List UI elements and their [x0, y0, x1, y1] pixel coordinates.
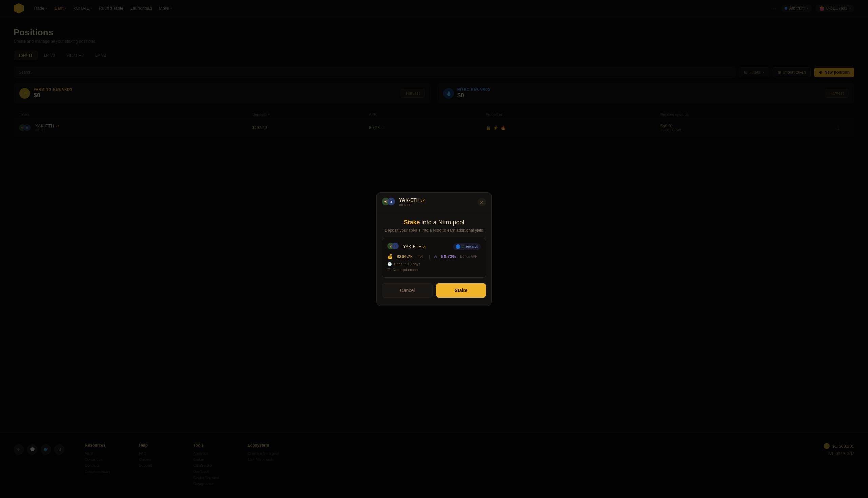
check-circle-icon: ☑ [387, 268, 391, 272]
modal-token-name-row: YAK-ETH v2 [399, 197, 425, 203]
pool-icon-eth: Ξ [392, 243, 399, 249]
pool-reward-icon: 🔵 [456, 244, 460, 249]
modal-token-version: v2 [421, 199, 425, 202]
pool-apr-label: Bonus APR [460, 255, 477, 259]
checkmark-icon: ✓ [462, 245, 465, 248]
percent-icon: ◎ [434, 255, 437, 259]
modal-body: Stake into a Nitro pool Deposit your spN… [377, 212, 491, 306]
pool-name-group: YAK-ETH v2 [403, 244, 426, 249]
modal-header: 🦅 Ξ YAK-ETH v2 #ID-11 ✕ [377, 193, 491, 212]
pool-reward-label: rewards [466, 245, 478, 248]
modal-buttons: Cancel Stake [382, 283, 486, 299]
pool-ends-text: Ends in 10 days [394, 262, 420, 266]
pool-tvl-value: $366.7k [397, 254, 413, 259]
pool-reward-badge: 🔵 ✓ rewards [453, 243, 481, 250]
modal-icon-eth: Ξ [388, 198, 395, 205]
pool-card-header: 🦅 Ξ YAK-ETH v2 🔵 ✓ rewards [387, 243, 481, 251]
pool-card-version: v2 [423, 245, 426, 249]
pool-card-left: 🦅 Ξ YAK-ETH v2 [387, 243, 426, 251]
pool-requirement-text: No requirement [393, 268, 418, 272]
pool-stats: 💰 $366.7k TVL | ◎ 58.73% Bonus APR [387, 254, 481, 259]
modal-subtitle: Deposit your spNFT into a Nitro to earn … [382, 228, 486, 233]
modal-title: Stake into a Nitro pool [382, 219, 486, 226]
modal-header-left: 🦅 Ξ YAK-ETH v2 #ID-11 [382, 197, 425, 207]
pool-apr-value: 58.73% [441, 254, 456, 259]
modal-token-info: YAK-ETH v2 #ID-11 [399, 197, 425, 207]
pool-card-name: YAK-ETH [403, 244, 422, 249]
modal-title-accent: Stake [403, 219, 420, 226]
cancel-button[interactable]: Cancel [382, 283, 433, 298]
modal-token-id: #ID-11 [399, 203, 425, 207]
pool-card-icons: 🦅 Ξ [387, 243, 400, 251]
pool-card[interactable]: 🦅 Ξ YAK-ETH v2 🔵 ✓ rewards [382, 238, 486, 278]
clock-icon: 🕐 [387, 262, 392, 266]
dollar-icon: 💰 [387, 254, 393, 259]
modal-token-icons: 🦅 Ξ [382, 198, 396, 207]
stake-modal: 🦅 Ξ YAK-ETH v2 #ID-11 ✕ Stake into a Nit… [376, 192, 492, 306]
pool-tvl-label: TVL [417, 254, 425, 259]
pool-requirement-row: ☑ No requirement [387, 268, 481, 272]
modal-token-name: YAK-ETH [399, 197, 420, 203]
modal-close-button[interactable]: ✕ [478, 198, 486, 206]
modal-title-rest: into a Nitro pool [422, 219, 464, 226]
stake-button[interactable]: Stake [436, 283, 486, 298]
pool-ends-row: 🕐 Ends in 10 days [387, 262, 481, 266]
modal-overlay: 🦅 Ξ YAK-ETH v2 #ID-11 ✕ Stake into a Nit… [0, 0, 868, 498]
